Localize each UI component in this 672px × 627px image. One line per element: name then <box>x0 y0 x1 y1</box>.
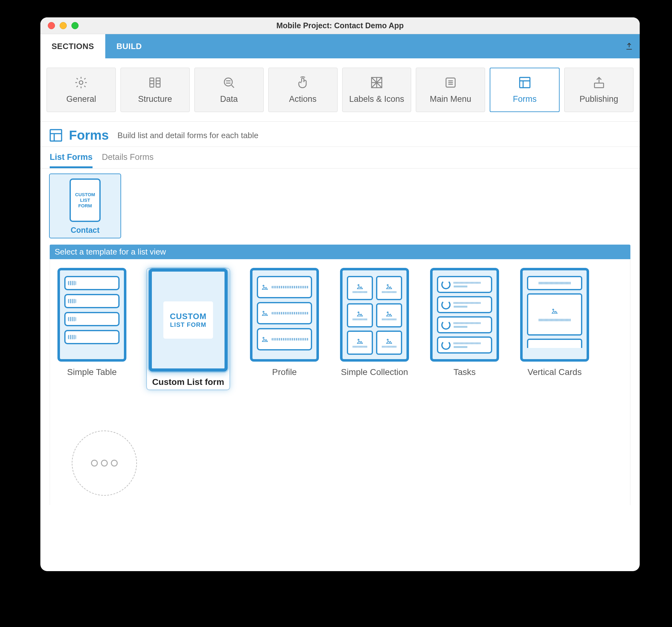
close-window-button[interactable] <box>48 22 55 29</box>
section-label: Data <box>220 94 238 104</box>
section-data[interactable]: Data <box>194 68 264 112</box>
section-forms[interactable]: Forms <box>490 68 559 112</box>
template-strip: Simple Table CUSTOM LIST FORM Custom Lis… <box>50 259 630 505</box>
svg-point-11 <box>263 337 264 338</box>
section-label: General <box>66 94 96 104</box>
template-simple-collection[interactable]: Simple Collection <box>339 268 410 390</box>
more-templates-button[interactable] <box>72 430 137 496</box>
sections-row: General Structure Data <box>40 58 640 122</box>
window-title: Mobile Project: Contact Demo App <box>40 21 640 30</box>
custom-badge-line1: CUSTOM <box>170 311 207 321</box>
template-label: Vertical Cards <box>528 367 582 377</box>
data-icon <box>221 76 236 90</box>
template-profile[interactable]: Profile <box>249 268 320 390</box>
forms-icon <box>49 128 63 142</box>
svg-point-12 <box>358 285 359 286</box>
template-thumb <box>520 268 589 361</box>
svg-point-16 <box>358 339 359 341</box>
app-window: Mobile Project: Contact Demo App SECTION… <box>40 17 640 571</box>
svg-rect-8 <box>50 130 62 141</box>
titlebar: Mobile Project: Contact Demo App <box>40 17 640 34</box>
page-title: Forms <box>69 128 109 143</box>
tables-area: CUSTOM LIST FORM Contact <box>40 169 640 245</box>
grid-icon <box>369 76 384 90</box>
svg-point-13 <box>387 285 388 286</box>
tab-build[interactable]: BUILD <box>105 34 153 58</box>
template-custom-list-form[interactable]: CUSTOM LIST FORM Custom List form <box>146 268 230 390</box>
table-name: Contact <box>71 226 99 235</box>
svg-rect-1 <box>150 78 154 87</box>
page-header: Forms Build list and detail forms for ea… <box>40 122 640 147</box>
template-label: Tasks <box>453 367 476 377</box>
zoom-window-button[interactable] <box>71 22 78 29</box>
template-thumb: CUSTOM LIST FORM <box>149 269 227 372</box>
template-tasks[interactable]: Tasks <box>429 268 500 390</box>
template-picker-header: Select a template for a list view <box>50 245 630 259</box>
custom-badge-line2: LIST FORM <box>170 321 207 328</box>
forms-icon <box>518 76 532 90</box>
section-label: Main Menu <box>430 94 472 104</box>
svg-rect-2 <box>156 78 160 87</box>
more-icon <box>91 460 118 467</box>
window-controls <box>48 22 78 29</box>
template-simple-table[interactable]: Simple Table <box>56 268 128 390</box>
section-structure[interactable]: Structure <box>120 68 190 112</box>
publish-icon <box>592 76 606 90</box>
template-label: Simple Table <box>67 367 117 377</box>
template-thumb <box>57 268 126 361</box>
forms-subtabs: List Forms Details Forms <box>40 147 640 169</box>
table-thumb-text: CUSTOM LIST FORM <box>71 190 99 210</box>
main-tabbar: SECTIONS BUILD <box>40 34 640 58</box>
table-thumb: CUSTOM LIST FORM <box>70 178 101 222</box>
upload-icon[interactable] <box>623 34 635 58</box>
table-chip-contact[interactable]: CUSTOM LIST FORM Contact <box>49 174 121 239</box>
template-vertical-cards[interactable]: Vertical Cards <box>519 268 590 390</box>
template-thumb <box>430 268 499 361</box>
section-main-menu[interactable]: Main Menu <box>416 68 485 112</box>
section-labels-icons[interactable]: Labels & Icons <box>342 68 411 112</box>
svg-point-0 <box>79 81 83 84</box>
structure-icon <box>147 76 162 90</box>
svg-point-15 <box>387 312 388 313</box>
svg-point-18 <box>553 309 554 310</box>
svg-point-3 <box>224 78 233 86</box>
template-label: Profile <box>272 367 296 377</box>
tap-icon <box>295 76 310 90</box>
svg-rect-6 <box>520 78 530 88</box>
gear-icon <box>74 76 89 90</box>
section-general[interactable]: General <box>47 68 116 112</box>
subtab-details-forms[interactable]: Details Forms <box>102 152 154 168</box>
menu-icon <box>443 76 458 90</box>
section-actions[interactable]: Actions <box>268 68 338 112</box>
svg-point-9 <box>263 285 264 286</box>
minimize-window-button[interactable] <box>59 22 67 29</box>
svg-point-14 <box>358 312 359 313</box>
svg-rect-7 <box>594 83 603 88</box>
subtab-list-forms[interactable]: List Forms <box>50 152 93 168</box>
section-publishing[interactable]: Publishing <box>564 68 633 112</box>
tab-sections[interactable]: SECTIONS <box>40 34 105 58</box>
section-label: Forms <box>513 94 536 104</box>
template-label: Custom List form <box>152 377 224 387</box>
svg-point-10 <box>263 311 264 312</box>
template-label: Simple Collection <box>341 367 408 377</box>
template-thumb <box>250 268 319 361</box>
page-subtitle: Build list and detail forms for each tab… <box>117 131 258 140</box>
section-label: Publishing <box>579 94 618 104</box>
section-label: Structure <box>138 94 172 104</box>
svg-point-17 <box>387 339 388 341</box>
section-label: Actions <box>289 94 317 104</box>
section-label: Labels & Icons <box>349 94 404 104</box>
template-thumb <box>340 268 409 361</box>
